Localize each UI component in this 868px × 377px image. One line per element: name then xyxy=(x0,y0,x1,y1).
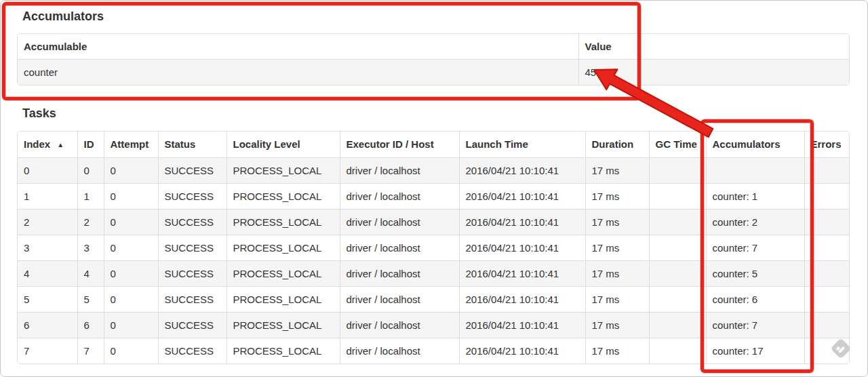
index-cell: 2 xyxy=(18,210,77,235)
duration-cell: 17 ms xyxy=(585,235,649,261)
id-cell: 0 xyxy=(77,158,104,184)
accumulable-column-header[interactable]: Accumulable xyxy=(18,34,578,60)
id-cell: 3 xyxy=(77,235,104,261)
status-cell: SUCCESS xyxy=(158,338,226,364)
attempt-cell: 0 xyxy=(104,210,158,235)
accumulators-cell xyxy=(706,158,804,184)
index-cell: 6 xyxy=(18,313,77,338)
accumulable-value-cell: 45 xyxy=(578,60,850,85)
index-header-label: Index xyxy=(24,138,50,150)
gc-time-cell xyxy=(649,235,706,261)
duration-cell: 17 ms xyxy=(585,287,649,313)
attempt-cell: 0 xyxy=(104,184,158,210)
status-cell: SUCCESS xyxy=(158,235,226,261)
executor-cell: driver / localhost xyxy=(340,261,459,287)
accumulators-cell: counter: 7 xyxy=(706,235,804,261)
task-row: 7 7 0 SUCCESS PROCESS_LOCAL driver / loc… xyxy=(18,338,850,364)
index-cell: 1 xyxy=(18,184,77,210)
spark-stage-page: Accumulators Accumulable Value counter 4… xyxy=(17,0,850,364)
task-row: 4 4 0 SUCCESS PROCESS_LOCAL driver / loc… xyxy=(18,261,850,287)
accumulators-column-header[interactable]: Accumulators xyxy=(706,132,804,158)
locality-cell: PROCESS_LOCAL xyxy=(226,313,340,338)
id-cell: 2 xyxy=(77,210,104,235)
status-column-header[interactable]: Status xyxy=(158,132,226,158)
duration-cell: 17 ms xyxy=(585,313,649,338)
status-cell: SUCCESS xyxy=(158,158,226,184)
attempt-cell: 0 xyxy=(104,158,158,184)
errors-cell xyxy=(804,158,850,184)
status-cell: SUCCESS xyxy=(158,261,226,287)
attempt-cell: 0 xyxy=(104,261,158,287)
index-cell: 0 xyxy=(18,158,77,184)
attempt-cell: 0 xyxy=(104,235,158,261)
id-cell: 4 xyxy=(77,261,104,287)
index-cell: 4 xyxy=(18,261,77,287)
duration-cell: 17 ms xyxy=(585,210,649,235)
task-row: 5 5 0 SUCCESS PROCESS_LOCAL driver / loc… xyxy=(18,287,850,313)
task-row: 3 3 0 SUCCESS PROCESS_LOCAL driver / loc… xyxy=(18,235,850,261)
accumulable-name-cell: counter xyxy=(18,60,578,85)
errors-cell xyxy=(804,313,850,338)
duration-cell: 17 ms xyxy=(585,184,649,210)
index-cell: 5 xyxy=(18,287,77,313)
attempt-cell: 0 xyxy=(104,313,158,338)
locality-cell: PROCESS_LOCAL xyxy=(226,338,340,364)
task-row: 1 1 0 SUCCESS PROCESS_LOCAL driver / loc… xyxy=(18,184,850,210)
accumulators-cell: counter: 2 xyxy=(706,210,804,235)
launch-time-cell: 2016/04/21 10:10:41 xyxy=(459,287,585,313)
tasks-heading: Tasks xyxy=(22,85,850,121)
errors-cell xyxy=(804,184,850,210)
locality-cell: PROCESS_LOCAL xyxy=(226,210,340,235)
errors-cell xyxy=(804,261,850,287)
accumulators-cell: counter: 5 xyxy=(706,261,804,287)
status-cell: SUCCESS xyxy=(158,287,226,313)
gc-time-cell xyxy=(649,313,706,338)
duration-cell: 17 ms xyxy=(585,158,649,184)
gc-time-cell xyxy=(649,338,706,364)
executor-cell: driver / localhost xyxy=(340,338,459,364)
sort-ascending-icon: ▲ xyxy=(57,141,64,148)
duration-column-header[interactable]: Duration xyxy=(585,132,649,158)
executor-cell: driver / localhost xyxy=(340,210,459,235)
gc-time-cell xyxy=(649,287,706,313)
launch-time-cell: 2016/04/21 10:10:41 xyxy=(459,184,585,210)
task-row: 0 0 0 SUCCESS PROCESS_LOCAL driver / loc… xyxy=(18,158,850,184)
accumulators-header-row: Accumulable Value xyxy=(18,34,850,60)
executor-cell: driver / localhost xyxy=(340,184,459,210)
executor-cell: driver / localhost xyxy=(340,158,459,184)
accumulators-cell: counter: 6 xyxy=(706,287,804,313)
accumulators-cell: counter: 1 xyxy=(706,184,804,210)
executor-cell: driver / localhost xyxy=(340,313,459,338)
attempt-column-header[interactable]: Attempt xyxy=(104,132,158,158)
task-row: 6 6 0 SUCCESS PROCESS_LOCAL driver / loc… xyxy=(18,313,850,338)
gc-time-column-header[interactable]: GC Time xyxy=(649,132,706,158)
duration-cell: 17 ms xyxy=(585,338,649,364)
task-row: 2 2 0 SUCCESS PROCESS_LOCAL driver / loc… xyxy=(18,210,850,235)
attempt-cell: 0 xyxy=(104,287,158,313)
locality-cell: PROCESS_LOCAL xyxy=(226,184,340,210)
value-column-header[interactable]: Value xyxy=(578,34,850,60)
launch-time-cell: 2016/04/21 10:10:41 xyxy=(459,313,585,338)
errors-cell xyxy=(804,235,850,261)
gc-time-cell xyxy=(649,261,706,287)
launch-time-cell: 2016/04/21 10:10:41 xyxy=(459,261,585,287)
executor-id-host-column-header[interactable]: Executor ID / Host xyxy=(340,132,459,158)
gc-time-cell xyxy=(649,158,706,184)
index-cell: 3 xyxy=(18,235,77,261)
status-cell: SUCCESS xyxy=(158,210,226,235)
executor-cell: driver / localhost xyxy=(340,287,459,313)
launch-time-cell: 2016/04/21 10:10:41 xyxy=(459,235,585,261)
accumulators-table: Accumulable Value counter 45 xyxy=(17,33,850,85)
locality-cell: PROCESS_LOCAL xyxy=(226,287,340,313)
id-column-header[interactable]: ID xyxy=(77,132,104,158)
index-column-header[interactable]: Index▲ xyxy=(18,132,77,158)
accumulator-row: counter 45 xyxy=(18,60,850,85)
gc-time-cell xyxy=(649,184,706,210)
errors-column-header[interactable]: Errors xyxy=(804,132,850,158)
locality-level-column-header[interactable]: Locality Level xyxy=(226,132,340,158)
status-cell: SUCCESS xyxy=(158,184,226,210)
accumulators-heading: Accumulators xyxy=(22,0,850,24)
launch-time-column-header[interactable]: Launch Time xyxy=(459,132,585,158)
errors-cell xyxy=(804,210,850,235)
locality-cell: PROCESS_LOCAL xyxy=(226,261,340,287)
